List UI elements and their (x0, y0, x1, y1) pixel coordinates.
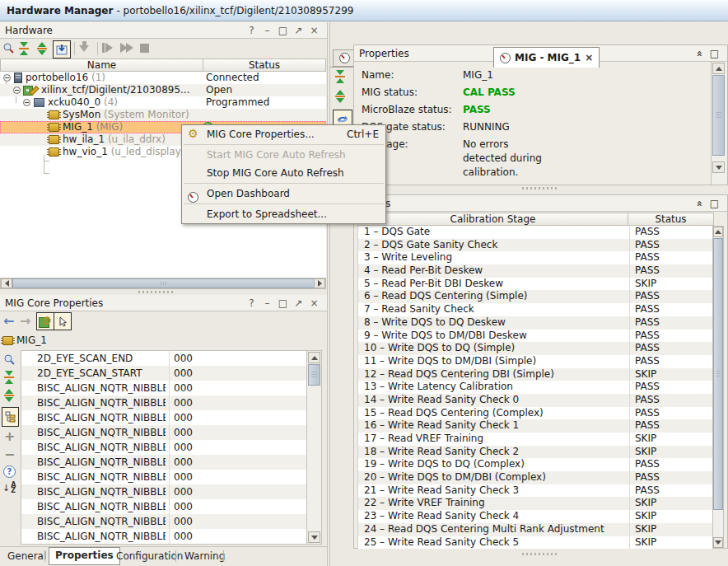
section-splitter[interactable] (522, 553, 558, 555)
calibration-row[interactable]: 21 – Write Read Sanity Check 3 PASS (358, 484, 715, 498)
pointer-mode-button[interactable] (54, 312, 72, 330)
property-row[interactable]: BISC_ALIGN_NQTR_NIBBLE10 000 (21, 529, 306, 544)
scroll-up-button[interactable] (308, 352, 320, 363)
calibration-row[interactable]: 2 – DQS Gate Sanity Check PASS (358, 239, 715, 252)
help-icon[interactable]: ? (245, 297, 258, 309)
minimize-icon[interactable]: – (261, 25, 273, 36)
maximize-pane-icon[interactable]: □ (708, 198, 721, 209)
minimize-icon[interactable]: – (261, 297, 273, 309)
sort-alphabetical-icon[interactable]: ↓ AZ (2, 482, 16, 493)
close-tab-icon[interactable]: × (585, 52, 593, 63)
collapse-all-icon[interactable] (335, 70, 345, 83)
calibration-row[interactable]: 6 – Read DQS Centering (Simple) PASS (358, 290, 715, 303)
collapse-pane-icon[interactable]: » (693, 47, 705, 59)
calibration-row[interactable]: 7 – Read Sanity Check PASS (358, 303, 715, 316)
hscroll-thumb[interactable] (12, 278, 315, 288)
properties-view-button[interactable]: ⚙ (36, 312, 54, 330)
tab-configuration[interactable]: Configuration (110, 549, 189, 564)
auto-connect-button[interactable] (53, 40, 71, 58)
float-icon[interactable]: ↗ (292, 297, 305, 309)
property-row[interactable]: 2D_EYE_SCAN_END 000 (21, 351, 306, 366)
collapse-all-icon[interactable] (19, 42, 29, 55)
help-icon[interactable]: ? (245, 25, 258, 36)
column-header-status[interactable]: Status (203, 58, 326, 72)
group-properties-button[interactable] (2, 407, 19, 427)
program-device-icon[interactable] (79, 41, 89, 52)
calibration-row[interactable]: 25 – Write Read Sanity Check 5 SKIP (358, 536, 715, 550)
scroll-up-button[interactable] (713, 227, 723, 237)
scroll-up-button[interactable] (712, 63, 725, 74)
property-row[interactable]: BISC_ALIGN_NQTR_NIBBLE7 000 (21, 484, 306, 499)
property-row[interactable]: BISC_ALIGN_NQTR_NIBBLE4 000 (21, 440, 306, 455)
expander-icon[interactable] (23, 99, 30, 106)
property-table-vscrollbar[interactable] (306, 350, 322, 545)
calibration-vscrollbar[interactable] (712, 226, 724, 549)
property-row[interactable]: BISC_ALIGN_NQTR_NIBBLE2 000 (21, 410, 306, 425)
maximize-pane-icon[interactable]: □ (708, 48, 721, 59)
expand-all-icon[interactable] (335, 90, 345, 103)
property-row[interactable]: BISC_ALIGN_NQTR_NIBBLE3 000 (21, 425, 306, 440)
close-icon[interactable]: × (308, 297, 320, 309)
calibration-row[interactable]: 13 – Write Latency Calibration PASS (358, 381, 715, 394)
expand-all-icon[interactable] (4, 389, 14, 402)
column-header-status[interactable]: Status (628, 213, 714, 226)
tab-properties[interactable]: Properties (49, 547, 120, 565)
properties-vscrollbar[interactable] (711, 62, 727, 185)
calibration-row[interactable]: 15 – Read DQS Centering (Complex) PASS (358, 407, 715, 420)
column-header-calibration-stage[interactable]: Calibration Stage (357, 213, 628, 226)
calibration-row[interactable]: 14 – Write Read Sanity Check 0 PASS (358, 394, 715, 407)
column-header-name[interactable]: Name (0, 58, 203, 72)
vscroll-thumb[interactable] (712, 75, 725, 156)
collapse-all-icon[interactable] (4, 371, 14, 384)
calibration-row[interactable]: 12 – Read DQS Centering DBI (Simple) SKI… (358, 368, 715, 381)
expander-icon[interactable] (13, 87, 21, 94)
calibration-row[interactable]: 18 – Write Read Sanity Check 2 SKIP (358, 446, 715, 459)
add-icon[interactable]: + (4, 428, 15, 444)
collapse-pane-icon[interactable]: » (693, 197, 705, 209)
menu-item-export-to-spreadsheet[interactable]: Export to Spreadsheet... (182, 205, 385, 223)
maximize-icon[interactable]: □ (277, 297, 289, 309)
calibration-row[interactable]: 11 – Write DQS to DM/DBI (Simple) PASS (358, 355, 715, 368)
menu-item-mig-core-properties[interactable]: ⚙ MIG Core Properties... Ctrl+E (182, 125, 385, 143)
scroll-left-button[interactable] (1, 278, 12, 288)
help-circle-icon[interactable]: ? (3, 465, 16, 478)
calibration-row[interactable]: 1 – DQS Gate PASS (358, 226, 715, 239)
calibration-row[interactable]: 5 – Read Per-Bit DBI Deskew SKIP (358, 278, 715, 291)
remove-icon[interactable]: − (4, 447, 15, 462)
horizontal-splitter[interactable] (138, 291, 175, 293)
property-row[interactable]: BISC_ALIGN_NQTR_NIBBLE9 000 (21, 514, 306, 529)
stop-trigger-icon[interactable] (140, 44, 149, 53)
calibration-row[interactable]: 23 – Write Read Sanity Check 4 SKIP (358, 510, 715, 523)
search-icon[interactable] (2, 42, 15, 54)
calibration-row[interactable]: 22 – Write VREF Training SKIP (358, 497, 715, 510)
float-icon[interactable]: ↗ (292, 25, 305, 36)
calibration-row[interactable]: 8 – Write DQS to DQ Deskew PASS (358, 316, 715, 330)
tab-mig-mig-1[interactable]: MIG - MIG_1 × (493, 47, 600, 68)
scroll-down-button[interactable] (308, 531, 320, 543)
tree-row-server[interactable]: portobello16 (1) Connected (0, 72, 326, 84)
property-row[interactable]: BISC_ALIGN_NQTR_NIBBLE0 000 (21, 381, 306, 395)
scroll-down-button[interactable] (712, 161, 725, 173)
tree-hscrollbar[interactable] (0, 278, 326, 289)
step-trigger-icon[interactable] (102, 43, 113, 53)
run-trigger-icon[interactable] (120, 43, 133, 53)
calibration-row[interactable]: 20 – Write DQS to DM/DBI (Complex) PASS (358, 471, 715, 484)
calibration-row[interactable]: 9 – Write DQS to DM/DBI Deskew PASS (358, 330, 715, 343)
section-splitter[interactable] (522, 187, 558, 189)
tree-row-target[interactable]: xilinx_tcf/Digilent/21030895... Open (0, 84, 326, 96)
calibration-row[interactable]: 17 – Read VREF Training SKIP (358, 433, 715, 446)
calibration-row[interactable]: 19 – Write DQS to DQ (Complex) PASS (358, 458, 715, 471)
property-row[interactable]: 2D_EYE_SCAN_START 000 (21, 366, 306, 381)
tree-row-device[interactable]: xcku040_0 (4) Programmed (0, 96, 326, 109)
expander-icon[interactable] (3, 74, 11, 82)
scroll-right-button[interactable] (314, 278, 325, 288)
calibration-row[interactable]: 3 – Write Leveling PASS (358, 251, 715, 264)
search-icon[interactable] (3, 353, 16, 366)
expand-all-icon[interactable] (37, 42, 47, 55)
forward-icon[interactable]: → (20, 313, 30, 329)
property-row[interactable]: BISC_ALIGN_NQTR_NIBBLE6 000 (21, 470, 306, 484)
maximize-icon[interactable]: □ (277, 25, 289, 36)
close-icon[interactable]: × (308, 25, 320, 36)
back-icon[interactable]: ← (3, 313, 14, 329)
menu-item-stop-auto-refresh[interactable]: Stop MIG Core Auto Refresh (182, 164, 385, 182)
